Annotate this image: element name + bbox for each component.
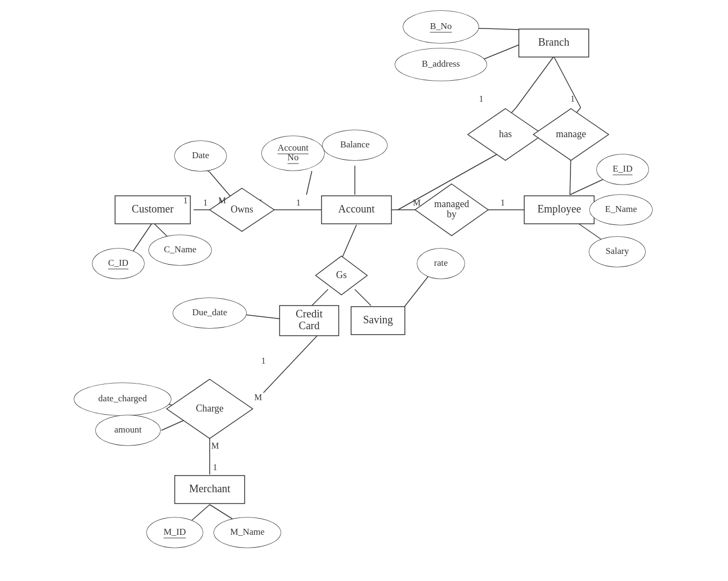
er-diagram-canvas	[0, 0, 728, 581]
